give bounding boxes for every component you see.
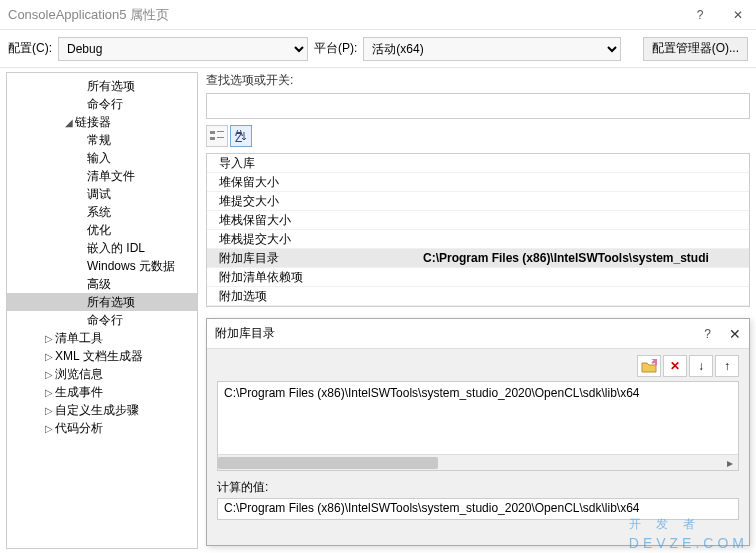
search-input[interactable] xyxy=(206,93,750,119)
tree-item-label: 所有选项 xyxy=(87,78,135,95)
tree-item[interactable]: 调试 xyxy=(7,185,197,203)
alphabetical-icon[interactable]: AZ xyxy=(230,125,252,147)
property-row[interactable]: 附加清单依赖项 xyxy=(207,268,749,287)
tree-twisty-icon[interactable]: ▷ xyxy=(43,387,55,398)
help-icon[interactable]: ? xyxy=(690,8,710,22)
tree-item-label: 代码分析 xyxy=(55,420,103,437)
tree-item[interactable]: 所有选项 xyxy=(7,77,197,95)
tree-item-label: 命令行 xyxy=(87,312,123,329)
titlebar: ConsoleApplication5 属性页 ? ✕ xyxy=(0,0,756,30)
tree-item-label: XML 文档生成器 xyxy=(55,348,143,365)
paths-textarea[interactable]: C:\Program Files (x86)\IntelSWTools\syst… xyxy=(217,381,739,471)
dialog-title: 附加库目录 xyxy=(215,325,704,342)
tree-panel[interactable]: 所有选项命令行◢链接器常规输入清单文件调试系统优化嵌入的 IDLWindows … xyxy=(6,72,198,549)
tree-item-label: 优化 xyxy=(87,222,111,239)
tree-item-label: 链接器 xyxy=(75,114,111,131)
tree-item-label: 所有选项 xyxy=(87,294,135,311)
property-name: 附加选项 xyxy=(207,288,423,305)
property-name: 堆栈提交大小 xyxy=(207,231,423,248)
property-row[interactable]: 导入库 xyxy=(207,154,749,173)
horizontal-scrollbar[interactable]: ◂ ▸ xyxy=(218,454,738,470)
property-name: 堆提交大小 xyxy=(207,193,423,210)
property-value[interactable]: C:\Program Files (x86)\IntelSWTools\syst… xyxy=(423,251,749,265)
config-manager-button[interactable]: 配置管理器(O)... xyxy=(643,37,748,61)
dialog-toolbar: ✱ ✕ ↓ ↑ xyxy=(207,349,749,381)
tree-item[interactable]: ▷浏览信息 xyxy=(7,365,197,383)
tree-twisty-icon[interactable]: ▷ xyxy=(43,369,55,380)
tree-twisty-icon[interactable]: ▷ xyxy=(43,405,55,416)
tree-item[interactable]: 命令行 xyxy=(7,95,197,113)
move-up-icon[interactable]: ↑ xyxy=(715,355,739,377)
tree-item-label: 输入 xyxy=(87,150,111,167)
property-row[interactable]: 堆栈保留大小 xyxy=(207,211,749,230)
svg-rect-1 xyxy=(217,131,224,132)
tree-item-label: 浏览信息 xyxy=(55,366,103,383)
window-buttons: ? ✕ xyxy=(690,8,748,22)
tree-twisty-icon[interactable]: ▷ xyxy=(43,351,55,362)
property-row[interactable]: 附加库目录C:\Program Files (x86)\IntelSWTools… xyxy=(207,249,749,268)
path-line[interactable]: C:\Program Files (x86)\IntelSWTools\syst… xyxy=(224,386,732,400)
tree-item[interactable]: ▷生成事件 xyxy=(7,383,197,401)
tree-item[interactable]: ◢链接器 xyxy=(7,113,197,131)
dialog-titlebar: 附加库目录 ? ✕ xyxy=(207,319,749,349)
tree-item[interactable]: 所有选项 xyxy=(7,293,197,311)
tree-item[interactable]: 高级 xyxy=(7,275,197,293)
property-row[interactable]: 附加选项 xyxy=(207,287,749,306)
svg-rect-2 xyxy=(210,137,215,140)
window-title: ConsoleApplication5 属性页 xyxy=(8,6,690,24)
delete-icon[interactable]: ✕ xyxy=(663,355,687,377)
tree-item-label: 系统 xyxy=(87,204,111,221)
tree-item[interactable]: ▷清单工具 xyxy=(7,329,197,347)
tree-item[interactable]: 常规 xyxy=(7,131,197,149)
tree-item[interactable]: ▷自定义生成步骤 xyxy=(7,401,197,419)
tree-item-label: Windows 元数据 xyxy=(87,258,175,275)
property-row[interactable]: 堆栈提交大小 xyxy=(207,230,749,249)
dialog-close-icon[interactable]: ✕ xyxy=(729,326,741,342)
tree-item-label: 嵌入的 IDL xyxy=(87,240,145,257)
svg-text:Z: Z xyxy=(235,131,242,142)
tree-twisty-icon[interactable]: ◢ xyxy=(63,117,75,128)
property-name: 堆保留大小 xyxy=(207,174,423,191)
tree-item-label: 生成事件 xyxy=(55,384,103,401)
calculated-value: C:\Program Files (x86)\IntelSWTools\syst… xyxy=(217,498,739,520)
property-name: 附加库目录 xyxy=(207,250,423,267)
tree-item[interactable]: 优化 xyxy=(7,221,197,239)
prop-toolbar: AZ xyxy=(206,125,750,147)
search-label: 查找选项或开关: xyxy=(206,72,750,89)
platform-label: 平台(P): xyxy=(314,40,357,57)
tree-item-label: 自定义生成步骤 xyxy=(55,402,139,419)
svg-rect-3 xyxy=(217,137,224,138)
property-list: 导入库堆保留大小堆提交大小堆栈保留大小堆栈提交大小附加库目录C:\Program… xyxy=(206,153,750,307)
tree-item-label: 常规 xyxy=(87,132,111,149)
tree-item[interactable]: 嵌入的 IDL xyxy=(7,239,197,257)
tree-item-label: 清单文件 xyxy=(87,168,135,185)
tree-item-label: 调试 xyxy=(87,186,111,203)
config-select[interactable]: Debug xyxy=(58,37,308,61)
tree-item[interactable]: 命令行 xyxy=(7,311,197,329)
tree-item-label: 命令行 xyxy=(87,96,123,113)
svg-text:✱: ✱ xyxy=(651,359,657,368)
property-name: 堆栈保留大小 xyxy=(207,212,423,229)
tree-item-label: 清单工具 xyxy=(55,330,103,347)
property-row[interactable]: 堆保留大小 xyxy=(207,173,749,192)
tree-item[interactable]: 清单文件 xyxy=(7,167,197,185)
move-down-icon[interactable]: ↓ xyxy=(689,355,713,377)
tree-item[interactable]: ▷代码分析 xyxy=(7,419,197,437)
close-icon[interactable]: ✕ xyxy=(728,8,748,22)
tree-item[interactable]: ▷XML 文档生成器 xyxy=(7,347,197,365)
tree-item[interactable]: 输入 xyxy=(7,149,197,167)
new-folder-icon[interactable]: ✱ xyxy=(637,355,661,377)
tree-item[interactable]: Windows 元数据 xyxy=(7,257,197,275)
config-row: 配置(C): Debug 平台(P): 活动(x64) 配置管理器(O)... xyxy=(0,30,756,68)
dialog-help-icon[interactable]: ? xyxy=(704,327,711,341)
platform-select[interactable]: 活动(x64) xyxy=(363,37,621,61)
scroll-right-icon[interactable]: ▸ xyxy=(722,455,738,471)
tree-item[interactable]: 系统 xyxy=(7,203,197,221)
tree-twisty-icon[interactable]: ▷ xyxy=(43,423,55,434)
additional-lib-dialog: 附加库目录 ? ✕ ✱ ✕ ↓ ↑ C:\Program Files (x86)… xyxy=(206,318,750,546)
scroll-thumb[interactable] xyxy=(218,457,438,469)
property-row[interactable]: 堆提交大小 xyxy=(207,192,749,211)
svg-rect-0 xyxy=(210,131,215,134)
categorized-icon[interactable] xyxy=(206,125,228,147)
tree-twisty-icon[interactable]: ▷ xyxy=(43,333,55,344)
